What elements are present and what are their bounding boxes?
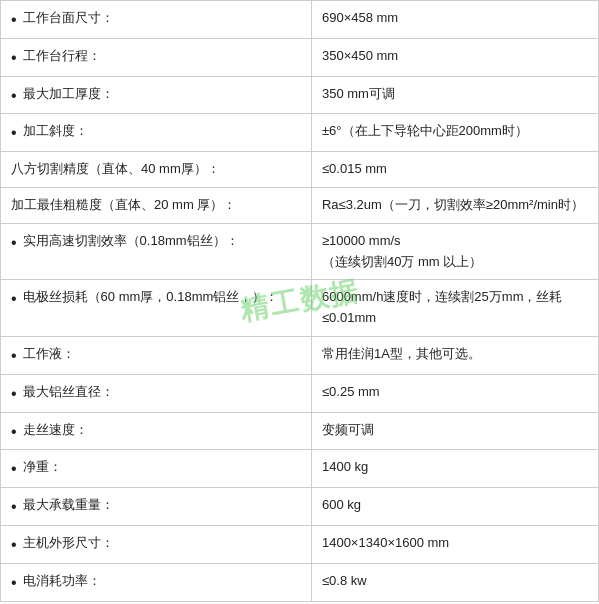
- bullet-icon: •: [11, 289, 17, 310]
- spec-value: ≤0.015 mm: [311, 152, 598, 188]
- table-row: •最大承载重量：600 kg: [1, 488, 599, 526]
- spec-label: •加工斜度：: [1, 114, 312, 152]
- bullet-icon: •: [11, 233, 17, 254]
- spec-value: ±6°（在上下导轮中心距200mm时）: [311, 114, 598, 152]
- spec-value: 变频可调: [311, 412, 598, 450]
- bullet-icon: •: [11, 535, 17, 556]
- table-row: •最大铝丝直径：≤0.25 mm: [1, 374, 599, 412]
- spec-value: 350×450 mm: [311, 38, 598, 76]
- bullet-icon: •: [11, 86, 17, 107]
- spec-value: 常用佳润1A型，其他可选。: [311, 336, 598, 374]
- spec-label: •走丝速度：: [1, 412, 312, 450]
- spec-label: •工作台行程：: [1, 38, 312, 76]
- spec-label: •电极丝损耗（60 mm厚，0.18mm铝丝，）：: [1, 280, 312, 337]
- table-row: •净重：1400 kg: [1, 450, 599, 488]
- spec-value: 6000mm/h速度时，连续割25万mm，丝耗≤0.01mm: [311, 280, 598, 337]
- spec-value: 350 mm可调: [311, 76, 598, 114]
- spec-value: Ra≤3.2um（一刀，切割效率≥20mm²/min时）: [311, 187, 598, 223]
- table-row: •实用高速切割效率（0.18mm铝丝）：≥10000 mm/s （连续切割40万…: [1, 223, 599, 280]
- table-row: •主机外形尺寸：1400×1340×1600 mm: [1, 525, 599, 563]
- table-row: •工作台行程：350×450 mm: [1, 38, 599, 76]
- spec-value: 600 kg: [311, 488, 598, 526]
- bullet-icon: •: [11, 497, 17, 518]
- bullet-icon: •: [11, 384, 17, 405]
- bullet-icon: •: [11, 346, 17, 367]
- spec-label: •最大承载重量：: [1, 488, 312, 526]
- table-row: 八方切割精度（直体、40 mm厚）：≤0.015 mm: [1, 152, 599, 188]
- spec-label: •实用高速切割效率（0.18mm铝丝）：: [1, 223, 312, 280]
- table-row: •走丝速度：变频可调: [1, 412, 599, 450]
- table-row: •工作液：常用佳润1A型，其他可选。: [1, 336, 599, 374]
- spec-value: 690×458 mm: [311, 1, 598, 39]
- table-row: 加工最佳粗糙度（直体、20 mm 厚）：Ra≤3.2um（一刀，切割效率≥20m…: [1, 187, 599, 223]
- spec-value: ≤0.8 kw: [311, 563, 598, 601]
- spec-label: 加工最佳粗糙度（直体、20 mm 厚）：: [1, 187, 312, 223]
- table-row: •电极丝损耗（60 mm厚，0.18mm铝丝，）：6000mm/h速度时，连续割…: [1, 280, 599, 337]
- table-row: •最大加工厚度：350 mm可调: [1, 76, 599, 114]
- spec-label: •工作液：: [1, 336, 312, 374]
- bullet-icon: •: [11, 422, 17, 443]
- spec-value: ≥10000 mm/s （连续切割40万 mm 以上）: [311, 223, 598, 280]
- spec-value: 1400 kg: [311, 450, 598, 488]
- bullet-icon: •: [11, 48, 17, 69]
- table-row: •加工斜度：±6°（在上下导轮中心距200mm时）: [1, 114, 599, 152]
- spec-label: •净重：: [1, 450, 312, 488]
- spec-label: •最大铝丝直径：: [1, 374, 312, 412]
- spec-value: ≤0.25 mm: [311, 374, 598, 412]
- spec-label: •主机外形尺寸：: [1, 525, 312, 563]
- spec-label: •最大加工厚度：: [1, 76, 312, 114]
- bullet-icon: •: [11, 123, 17, 144]
- table-row: •电消耗功率：≤0.8 kw: [1, 563, 599, 601]
- spec-label: 八方切割精度（直体、40 mm厚）：: [1, 152, 312, 188]
- spec-label: •电消耗功率：: [1, 563, 312, 601]
- spec-value: 1400×1340×1600 mm: [311, 525, 598, 563]
- bullet-icon: •: [11, 459, 17, 480]
- spec-label: •工作台面尺寸：: [1, 1, 312, 39]
- bullet-icon: •: [11, 573, 17, 594]
- bullet-icon: •: [11, 10, 17, 31]
- table-row: •工作台面尺寸：690×458 mm: [1, 1, 599, 39]
